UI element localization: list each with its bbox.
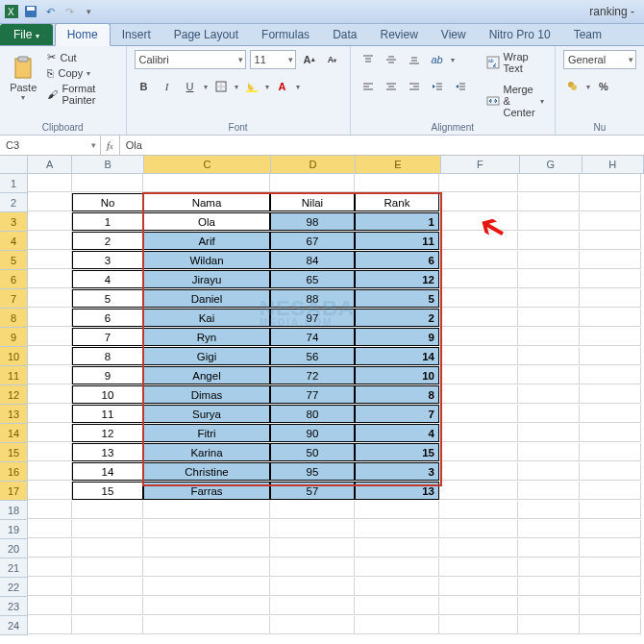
cell[interactable] bbox=[270, 616, 355, 634]
cell[interactable] bbox=[355, 539, 439, 557]
tab-formulas[interactable]: Formulas bbox=[250, 24, 321, 45]
cell[interactable] bbox=[28, 578, 72, 596]
cell[interactable]: No bbox=[72, 193, 143, 211]
cell[interactable] bbox=[580, 328, 641, 346]
cell[interactable] bbox=[518, 232, 580, 250]
cell[interactable] bbox=[72, 501, 143, 519]
qat-dropdown-icon[interactable]: ▾ bbox=[81, 4, 96, 19]
borders-button[interactable] bbox=[211, 77, 231, 96]
cell[interactable] bbox=[439, 289, 518, 308]
cell[interactable] bbox=[143, 539, 270, 557]
cell[interactable]: 12 bbox=[72, 424, 143, 442]
format-painter-button[interactable]: 🖌Format Painter bbox=[44, 82, 117, 107]
row-header[interactable]: 16 bbox=[0, 462, 28, 482]
cell[interactable]: Surya bbox=[143, 405, 270, 423]
percent-button[interactable]: % bbox=[594, 77, 613, 96]
cell[interactable] bbox=[439, 501, 518, 519]
cell[interactable] bbox=[355, 520, 439, 538]
cell[interactable] bbox=[518, 174, 580, 192]
row-header[interactable]: 5 bbox=[0, 251, 28, 270]
cell[interactable] bbox=[580, 578, 641, 596]
cell[interactable] bbox=[270, 558, 355, 577]
cell[interactable] bbox=[28, 616, 72, 634]
cell[interactable] bbox=[28, 212, 72, 231]
cell[interactable]: 50 bbox=[270, 443, 355, 461]
cell[interactable] bbox=[28, 347, 72, 365]
cell[interactable] bbox=[518, 616, 580, 634]
cell[interactable] bbox=[580, 347, 641, 365]
cell[interactable]: 5 bbox=[355, 289, 439, 308]
cell[interactable] bbox=[580, 309, 641, 327]
cell[interactable] bbox=[143, 174, 270, 192]
cell[interactable] bbox=[580, 366, 641, 384]
cell[interactable] bbox=[518, 405, 580, 423]
cell[interactable] bbox=[355, 558, 439, 577]
cell[interactable] bbox=[28, 174, 72, 192]
cell[interactable]: 98 bbox=[270, 212, 355, 231]
row-header[interactable]: 4 bbox=[0, 232, 28, 251]
cell[interactable] bbox=[439, 385, 518, 404]
cell[interactable] bbox=[355, 597, 439, 615]
cell[interactable]: 14 bbox=[355, 347, 439, 365]
cell[interactable]: Arif bbox=[143, 232, 270, 250]
cell[interactable] bbox=[439, 328, 518, 346]
row-header[interactable]: 18 bbox=[0, 501, 28, 520]
orientation-button[interactable]: ab bbox=[428, 50, 447, 69]
cell[interactable] bbox=[580, 520, 641, 538]
cell[interactable]: 6 bbox=[355, 251, 439, 269]
cell[interactable] bbox=[270, 501, 355, 519]
cell[interactable] bbox=[28, 501, 72, 519]
cell[interactable] bbox=[28, 328, 72, 346]
tab-data[interactable]: Data bbox=[321, 24, 368, 45]
select-all-corner[interactable] bbox=[0, 156, 28, 173]
cell[interactable]: Ola bbox=[143, 212, 270, 231]
cell[interactable]: Dimas bbox=[143, 385, 270, 404]
row-header[interactable]: 13 bbox=[0, 405, 28, 424]
cell[interactable] bbox=[518, 347, 580, 365]
tab-file[interactable]: File ▾ bbox=[0, 24, 53, 45]
cell[interactable]: 15 bbox=[355, 443, 439, 461]
tab-page-layout[interactable]: Page Layout bbox=[162, 24, 250, 45]
cell[interactable]: 5 bbox=[72, 289, 143, 308]
cell[interactable]: 4 bbox=[72, 270, 143, 288]
cell[interactable] bbox=[28, 309, 72, 327]
cell[interactable]: Nama bbox=[143, 193, 270, 211]
cell[interactable] bbox=[439, 309, 518, 327]
cell[interactable]: Karina bbox=[143, 443, 270, 461]
cell[interactable] bbox=[355, 174, 439, 192]
cell[interactable] bbox=[28, 385, 72, 404]
cell[interactable]: 13 bbox=[355, 482, 439, 500]
row-header[interactable]: 9 bbox=[0, 328, 28, 347]
cell[interactable] bbox=[143, 616, 270, 634]
increase-indent-button[interactable] bbox=[451, 77, 470, 96]
cell[interactable]: 10 bbox=[72, 385, 143, 404]
cell[interactable]: 9 bbox=[72, 366, 143, 384]
cell[interactable]: 7 bbox=[72, 328, 143, 346]
name-box[interactable]: C3 bbox=[0, 136, 101, 155]
cell[interactable]: 10 bbox=[355, 366, 439, 384]
cell[interactable]: 57 bbox=[270, 482, 355, 500]
tab-review[interactable]: Review bbox=[368, 24, 429, 45]
accounting-format-button[interactable] bbox=[563, 77, 582, 96]
cell[interactable]: 9 bbox=[355, 328, 439, 346]
cell[interactable] bbox=[518, 501, 580, 519]
cell[interactable]: Farras bbox=[143, 482, 270, 500]
col-header-c[interactable]: C bbox=[144, 156, 271, 173]
row-header[interactable]: 10 bbox=[0, 347, 28, 366]
tab-nitro[interactable]: Nitro Pro 10 bbox=[478, 24, 562, 45]
cell[interactable]: Wildan bbox=[143, 251, 270, 269]
cell[interactable] bbox=[518, 328, 580, 346]
tab-view[interactable]: View bbox=[430, 24, 478, 45]
align-right-button[interactable] bbox=[405, 77, 424, 96]
cell[interactable] bbox=[439, 482, 518, 500]
cell[interactable]: 84 bbox=[270, 251, 355, 269]
cell[interactable]: 3 bbox=[355, 462, 439, 481]
cell[interactable] bbox=[355, 616, 439, 634]
cell[interactable] bbox=[28, 289, 72, 308]
cell[interactable]: 11 bbox=[72, 405, 143, 423]
cell[interactable]: 6 bbox=[72, 309, 143, 327]
row-header[interactable]: 15 bbox=[0, 443, 28, 462]
cell[interactable] bbox=[580, 597, 641, 615]
cell[interactable] bbox=[518, 309, 580, 327]
row-header[interactable]: 7 bbox=[0, 289, 28, 309]
